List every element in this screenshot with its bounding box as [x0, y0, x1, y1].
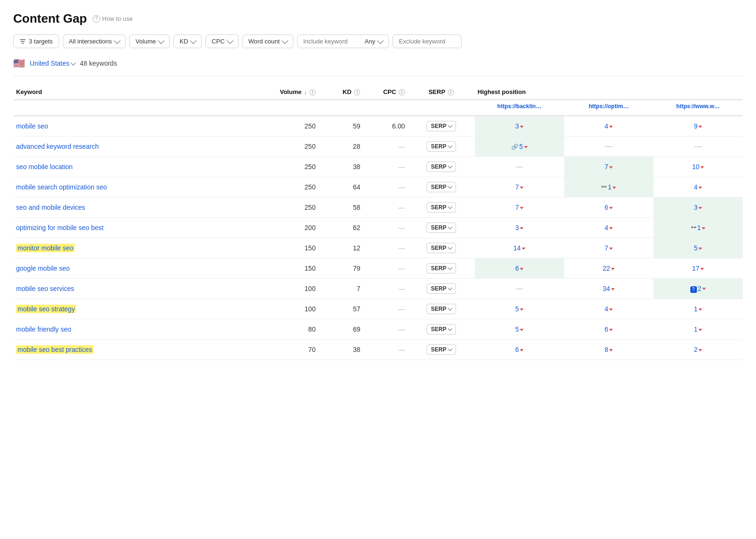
trend-down-icon	[520, 308, 524, 311]
chevron-down-icon	[158, 37, 164, 44]
serp-button[interactable]: SERP	[427, 324, 456, 334]
keyword-cell: mobile seo services	[13, 279, 251, 299]
kd-cell: 7	[318, 279, 363, 299]
chevron-down-icon	[447, 144, 452, 148]
cpc-button[interactable]: CPC	[206, 34, 238, 48]
keyword-cell: google mobile seo	[13, 258, 251, 279]
keyword-link[interactable]: mobile search optimization seo	[16, 183, 107, 191]
keyword-link[interactable]: mobile seo services	[16, 285, 74, 292]
volume-cell: 100	[251, 279, 318, 299]
keyword-link[interactable]: google mobile seo	[16, 265, 70, 272]
position-cell: 4	[564, 299, 653, 319]
page-header: Content Gap ? How to use	[13, 11, 743, 26]
position-cell: 6	[564, 197, 653, 218]
keyword-cell: mobile friendly seo	[13, 319, 251, 340]
exclude-keyword-input[interactable]	[399, 38, 455, 45]
position-cell: 1	[653, 319, 743, 340]
serp-cell: SERP	[408, 177, 475, 197]
volume-cell: 250	[251, 137, 318, 157]
trend-down-icon	[609, 349, 613, 351]
serp-button[interactable]: SERP	[427, 182, 456, 192]
kd-button[interactable]: KD	[173, 34, 202, 48]
help-icon: ?	[93, 15, 100, 23]
table-row: monitor mobile seo15012—SERP 1475	[13, 238, 743, 258]
serp-button[interactable]: SERP	[427, 304, 456, 314]
trend-down-icon	[520, 329, 524, 331]
serp-button[interactable]: SERP	[427, 243, 456, 253]
url-col-2: https://optim…	[564, 100, 653, 116]
position-cell: 4	[564, 116, 653, 137]
volume-cell: 250	[251, 116, 318, 137]
serp-button[interactable]: SERP	[427, 222, 456, 233]
position-cell: 6	[564, 319, 653, 340]
keyword-cell: mobile search optimization seo	[13, 177, 251, 197]
position-cell: ?2	[653, 279, 743, 299]
chevron-down-icon	[114, 37, 120, 44]
position-cell: ❝❝1	[564, 177, 653, 197]
volume-button[interactable]: Volume	[129, 34, 170, 48]
position-cell: 3	[475, 116, 564, 137]
serp-button[interactable]: SERP	[427, 344, 456, 355]
word-count-button[interactable]: Word count	[242, 34, 293, 48]
trend-down-icon	[609, 248, 613, 250]
keyword-link[interactable]: mobile seo best practices	[16, 345, 94, 354]
th-serp: SERP i	[408, 85, 475, 100]
targets-button[interactable]: 3 targets	[13, 34, 59, 48]
keyword-link[interactable]: mobile seo	[16, 122, 48, 130]
cpc-cell: —	[363, 279, 408, 299]
position-cell: 5	[475, 319, 564, 340]
volume-cell: 150	[251, 258, 318, 279]
keyword-link[interactable]: optimizing for mobile seo best	[16, 224, 103, 231]
cpc-cell: —	[363, 197, 408, 218]
include-keyword-input[interactable]	[303, 38, 360, 45]
keyword-link[interactable]: mobile seo strategy	[16, 305, 76, 313]
th-keyword: Keyword	[13, 85, 251, 100]
cpc-cell: —	[363, 238, 408, 258]
link-icon: 🔗	[511, 144, 518, 150]
position-cell: ❝❝1	[653, 218, 743, 238]
serp-button[interactable]: SERP	[427, 121, 456, 131]
kd-cell: 59	[318, 116, 363, 137]
serp-button[interactable]: SERP	[427, 141, 456, 152]
keyword-cell: mobile seo strategy	[13, 299, 251, 319]
serp-cell: SERP	[408, 279, 475, 299]
trend-down-icon	[700, 166, 704, 169]
keyword-link[interactable]: mobile friendly seo	[16, 325, 71, 333]
keyword-cell: optimizing for mobile seo best	[13, 218, 251, 238]
keywords-table: Keyword Volume ↓ i KD i CPC i SERP i Hig…	[13, 85, 743, 360]
th-volume[interactable]: Volume ↓ i	[251, 85, 318, 100]
keyword-link[interactable]: seo mobile location	[16, 163, 73, 171]
keyword-link[interactable]: monitor mobile seo	[16, 244, 75, 252]
kd-cell: 28	[318, 137, 363, 157]
serp-button[interactable]: SERP	[427, 162, 456, 172]
serp-cell: SERP	[408, 299, 475, 319]
trend-down-icon	[522, 248, 525, 250]
serp-cell: SERP	[408, 197, 475, 218]
cpc-cell: —	[363, 137, 408, 157]
chevron-down-icon	[447, 286, 452, 291]
serp-cell: SERP	[408, 116, 475, 137]
table-row: mobile search optimization seo25064—SERP…	[13, 177, 743, 197]
keyword-cell: mobile seo	[13, 116, 251, 137]
trend-down-icon	[520, 268, 524, 270]
chevron-down-icon	[447, 347, 452, 351]
trend-down-icon	[609, 308, 613, 311]
info-icon: i	[354, 89, 360, 95]
country-selector[interactable]: United States	[30, 60, 75, 67]
serp-button[interactable]: SERP	[427, 202, 456, 213]
keyword-link[interactable]: advanced keyword research	[16, 143, 99, 150]
how-to-use-link[interactable]: ? How to use	[93, 15, 133, 23]
position-cell: 9	[653, 116, 743, 137]
th-highest-position: Highest position	[475, 85, 743, 100]
chevron-down-icon	[447, 184, 452, 189]
keyword-link[interactable]: seo and mobile devices	[16, 204, 85, 211]
serp-button[interactable]: SERP	[427, 263, 456, 274]
position-cell: 🔗5	[475, 137, 564, 157]
info-icon: i	[448, 89, 454, 95]
intersections-button[interactable]: All intersections	[63, 34, 126, 48]
kd-cell: 64	[318, 177, 363, 197]
filter-icon	[19, 38, 26, 45]
serp-button[interactable]: SERP	[427, 283, 456, 294]
trend-down-icon	[520, 207, 524, 209]
cpc-cell: —	[363, 258, 408, 279]
